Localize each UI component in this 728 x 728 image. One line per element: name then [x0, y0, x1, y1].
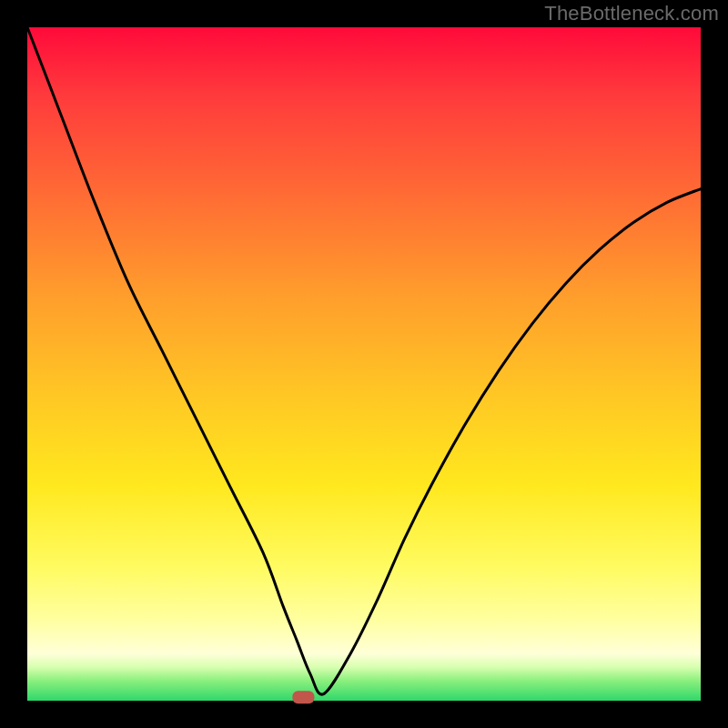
chart-frame: TheBottleneck.com	[0, 0, 728, 728]
bottleneck-curve	[27, 27, 701, 694]
chart-svg	[27, 27, 701, 701]
bottleneck-point-marker	[292, 691, 314, 703]
chart-plot-area	[27, 27, 701, 701]
watermark-text: TheBottleneck.com	[544, 2, 719, 25]
